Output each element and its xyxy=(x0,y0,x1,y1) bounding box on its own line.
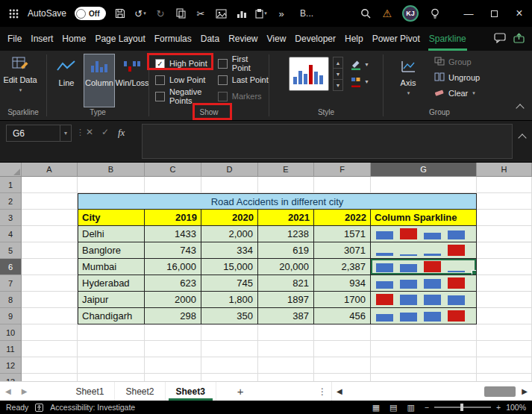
row-header-3[interactable]: 3 xyxy=(0,210,22,226)
checkbox-first-point[interactable]: First Point xyxy=(218,54,269,72)
checkbox-markers[interactable]: Markers xyxy=(218,92,269,101)
column-header-A[interactable]: A xyxy=(22,163,78,177)
menu-item-developer[interactable]: Developer xyxy=(290,27,340,51)
undo-button[interactable]: ↺▾ xyxy=(134,8,146,19)
clear-button[interactable]: Clear▾ xyxy=(434,88,480,98)
cell-E4[interactable]: 1238 xyxy=(258,226,314,242)
zoom-level[interactable]: 100% xyxy=(506,403,526,412)
sparkline-color-button[interactable]: ▼ xyxy=(350,59,369,70)
cell-B7[interactable]: Hyderabad xyxy=(78,275,145,292)
zoom-slider-thumb[interactable] xyxy=(460,404,463,411)
cell-F12[interactable] xyxy=(314,357,371,374)
cell-D3[interactable]: 2020 xyxy=(201,210,258,226)
cell-D7[interactable]: 745 xyxy=(201,275,258,292)
sparkline-style-gallery[interactable] xyxy=(289,57,329,91)
cell-F5[interactable]: 3071 xyxy=(314,242,371,259)
page-break-view-icon[interactable]: ▥ xyxy=(407,403,414,413)
row-header-6[interactable]: 6 xyxy=(0,259,22,275)
menu-item-formulas[interactable]: Formulas xyxy=(150,27,196,51)
cell-H9[interactable] xyxy=(477,308,532,324)
cell-D11[interactable] xyxy=(201,341,258,357)
cell-G13[interactable] xyxy=(371,374,477,381)
merged-title-cell[interactable]: Road Accidents in different city xyxy=(78,193,477,210)
cell-H12[interactable] xyxy=(477,357,532,374)
warning-icon[interactable]: ⚠ xyxy=(382,7,392,19)
undo-dropdown-icon[interactable]: ▾ xyxy=(143,10,146,16)
menu-item-file[interactable]: File xyxy=(3,27,26,51)
cell-C6[interactable]: 16,000 xyxy=(145,259,201,275)
cell-G12[interactable] xyxy=(371,357,477,374)
cell-E3[interactable]: 2021 xyxy=(258,210,314,226)
page-layout-view-icon[interactable]: ▤ xyxy=(389,403,397,413)
active-cell-G6[interactable] xyxy=(371,259,477,275)
cell-B4[interactable]: Delhi xyxy=(78,226,145,242)
column-header-G[interactable]: G xyxy=(371,163,477,177)
menu-item-page-layout[interactable]: Page Layout xyxy=(90,27,149,51)
cell-G7[interactable] xyxy=(371,275,477,292)
cell-F6[interactable]: 2,387 xyxy=(314,259,371,275)
cell-G5[interactable] xyxy=(371,242,477,259)
row-header-7[interactable]: 7 xyxy=(0,275,22,292)
cell-H5[interactable] xyxy=(477,242,532,259)
cell-C11[interactable] xyxy=(145,341,201,357)
cell-E7[interactable]: 821 xyxy=(258,275,314,292)
cell-D12[interactable] xyxy=(201,357,258,374)
scroll-left-button[interactable]: ◀ xyxy=(332,387,347,395)
axis-button[interactable]: Axis ▾ xyxy=(391,55,425,107)
cell-A7[interactable] xyxy=(22,275,78,292)
search-icon[interactable] xyxy=(360,8,372,19)
cell-D1[interactable] xyxy=(201,177,258,193)
sheet-tab-sheet3[interactable]: Sheet3 xyxy=(166,382,216,401)
cell-C7[interactable]: 623 xyxy=(145,275,201,292)
cell-G8[interactable] xyxy=(371,292,477,308)
edit-data-button[interactable]: Edit Data ▾ xyxy=(0,51,40,107)
tab-nav-right[interactable]: ▶ xyxy=(16,382,33,401)
scroll-right-button[interactable]: ▶ xyxy=(517,387,532,395)
autosave-toggle[interactable]: Off xyxy=(75,7,106,20)
cell-E8[interactable]: 1897 xyxy=(258,292,314,308)
cell-F9[interactable]: 456 xyxy=(314,308,371,324)
insert-function-button[interactable]: fx xyxy=(118,127,125,139)
more-commands-icon[interactable]: » xyxy=(275,8,287,19)
collapse-formula-bar-button[interactable] xyxy=(519,131,525,144)
save-button[interactable] xyxy=(114,8,126,19)
row-header-4[interactable]: 4 xyxy=(0,226,22,242)
cell-D6[interactable]: 15,000 xyxy=(201,259,258,275)
menu-item-review[interactable]: Review xyxy=(224,27,262,51)
avatar[interactable]: KJ xyxy=(402,5,419,22)
cell-A10[interactable] xyxy=(22,324,78,341)
maximize-button[interactable] xyxy=(481,0,507,27)
cell-F7[interactable]: 934 xyxy=(314,275,371,292)
cell-A5[interactable] xyxy=(22,242,78,259)
cell-G9[interactable] xyxy=(371,308,477,324)
row-header-2[interactable]: 2 xyxy=(0,193,22,210)
collapse-ribbon-button[interactable] xyxy=(517,101,523,114)
cell-C12[interactable] xyxy=(145,357,201,374)
cell-F1[interactable] xyxy=(314,177,371,193)
cell-A3[interactable] xyxy=(22,210,78,226)
cell-A6[interactable] xyxy=(22,259,78,275)
cell-A1[interactable] xyxy=(22,177,78,193)
cell-E12[interactable] xyxy=(258,357,314,374)
share-button[interactable] xyxy=(513,33,525,46)
menu-item-home[interactable]: Home xyxy=(57,27,90,51)
cell-D8[interactable]: 1,800 xyxy=(201,292,258,308)
confirm-entry-button[interactable]: ✓ xyxy=(101,127,109,137)
copy-button[interactable] xyxy=(175,8,187,19)
cell-H3[interactable] xyxy=(477,210,532,226)
cell-H7[interactable] xyxy=(477,275,532,292)
column-header-F[interactable]: F xyxy=(314,163,371,177)
cell-F10[interactable] xyxy=(314,324,371,341)
cell-D10[interactable] xyxy=(201,324,258,341)
cell-B12[interactable] xyxy=(78,357,145,374)
zoom-slider[interactable] xyxy=(434,407,491,408)
cell-E11[interactable] xyxy=(258,341,314,357)
cell-C1[interactable] xyxy=(145,177,201,193)
cell-C3[interactable]: 2019 xyxy=(145,210,201,226)
menu-item-power-pivot[interactable]: Power Pivot xyxy=(368,27,425,51)
row-header-8[interactable]: 8 xyxy=(0,292,22,308)
name-box[interactable]: G6 ▾ xyxy=(6,125,72,142)
row-header-12[interactable]: 12 xyxy=(0,357,22,374)
cell-A8[interactable] xyxy=(22,292,78,308)
cell-E6[interactable]: 20,000 xyxy=(258,259,314,275)
